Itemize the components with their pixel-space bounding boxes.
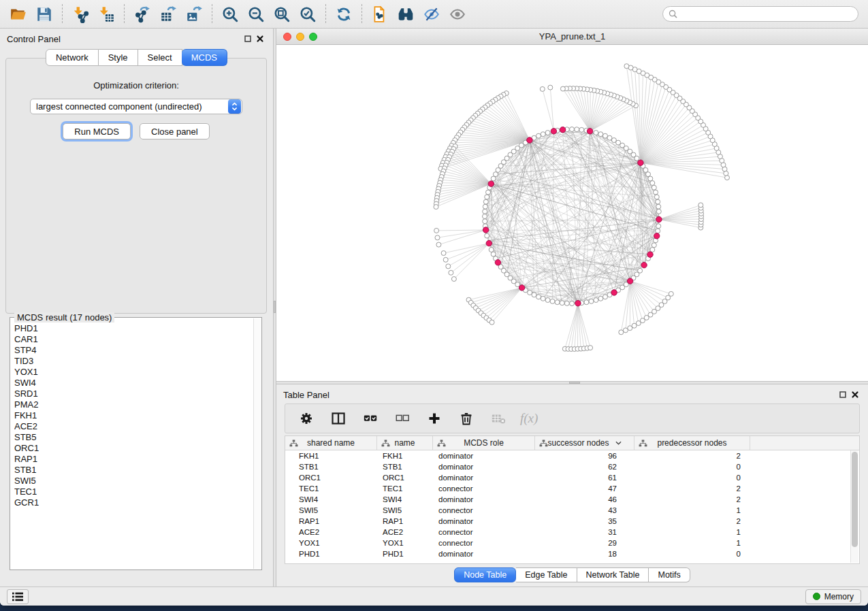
mcds-result-item[interactable]: ORC1 <box>14 443 253 454</box>
mcds-result-item[interactable]: RAP1 <box>14 454 253 465</box>
table-row[interactable]: STB1STB1dominator620 <box>285 461 859 472</box>
zoom-selected-icon[interactable] <box>295 3 320 26</box>
column-header-shared-name[interactable]: shared name <box>285 436 377 450</box>
show-panel-eye-icon[interactable] <box>445 3 470 26</box>
table-cell: SWI5 <box>377 506 433 514</box>
column-header-name[interactable]: name <box>377 436 433 450</box>
column-header-successor-nodes[interactable]: successor nodes <box>535 436 634 450</box>
cytoscape-app-window: Control Panel NetworkStyleSelectMCDS Opt… <box>0 0 868 606</box>
tab-motifs[interactable]: Motifs <box>649 567 690 582</box>
table-tabs: Node TableEdge TableNetwork TableMotifs <box>276 567 868 582</box>
tab-node-table[interactable]: Node Table <box>454 567 516 582</box>
table-cell: connector <box>433 506 535 514</box>
delete-column-icon[interactable] <box>457 409 476 428</box>
mcds-result-item[interactable]: GCR1 <box>14 497 253 508</box>
tab-edge-table[interactable]: Edge Table <box>516 567 577 582</box>
search-network-icon[interactable] <box>393 3 418 26</box>
table-row[interactable]: ACE2ACE2connector311 <box>285 527 859 538</box>
deselect-all-icon[interactable] <box>393 409 412 428</box>
tab-select[interactable]: Select <box>138 49 182 66</box>
mcds-result-item[interactable]: PMA2 <box>14 399 253 410</box>
table-cell: dominator <box>433 550 535 558</box>
table-cell: RAP1 <box>285 517 377 525</box>
zoom-in-icon[interactable] <box>218 3 242 26</box>
table-cell: ORC1 <box>285 474 377 482</box>
network-graph[interactable] <box>276 45 868 381</box>
open-session-icon[interactable] <box>6 3 31 26</box>
table-row[interactable]: PHD1PHD1dominator180 <box>285 548 859 559</box>
search-box[interactable] <box>662 6 858 22</box>
mcds-list-scrollbar[interactable] <box>253 318 261 569</box>
table-cell: FKH1 <box>377 452 433 460</box>
table-row[interactable]: RAP1RAP1dominator352 <box>285 516 859 527</box>
mcds-result-item[interactable]: SWI5 <box>14 476 253 486</box>
show-columns-icon[interactable] <box>329 409 348 428</box>
close-panel-icon[interactable] <box>849 389 861 401</box>
table-row[interactable]: SWI4SWI4dominator462 <box>285 494 859 505</box>
search-icon <box>669 10 677 18</box>
network-from-document-icon[interactable] <box>368 3 392 26</box>
export-image-icon[interactable] <box>182 3 206 26</box>
hide-panel-icon[interactable] <box>419 3 444 26</box>
table-cell: dominator <box>433 474 535 482</box>
refresh-layout-icon[interactable] <box>332 3 356 26</box>
memory-label: Memory <box>824 592 854 601</box>
mcds-result-list[interactable]: PHD1CAR1STP4TID3YOX1SWI4SRD1PMA2FKH1ACE2… <box>14 323 253 568</box>
table-cell: 46 <box>535 495 634 503</box>
splitter-grip[interactable] <box>569 382 580 384</box>
table-cell: 96 <box>535 452 634 460</box>
table-row[interactable]: ORC1ORC1dominator610 <box>285 472 859 483</box>
import-network-icon[interactable] <box>68 3 93 26</box>
import-table-icon[interactable] <box>94 3 118 26</box>
settings-gear-icon[interactable] <box>297 409 316 428</box>
column-header-predecessor-nodes[interactable]: predecessor nodes <box>634 436 750 450</box>
mcds-result-item[interactable]: TEC1 <box>14 486 253 497</box>
mcds-result-item[interactable]: FKH1 <box>14 410 253 421</box>
float-panel-icon[interactable] <box>242 33 254 45</box>
table-row[interactable]: TEC1TEC1connector472 <box>285 483 859 494</box>
criterion-selected-value: largest connected component (undirected) <box>31 101 228 112</box>
export-network-icon[interactable] <box>130 3 155 26</box>
mcds-result-item[interactable]: PHD1 <box>14 323 253 334</box>
mcds-result-item[interactable]: STB1 <box>14 465 253 476</box>
criterion-select[interactable]: largest connected component (undirected) <box>30 99 242 114</box>
mcds-result-item[interactable]: STP4 <box>14 345 253 356</box>
table-scrollbar-thumb[interactable] <box>852 452 858 547</box>
column-header-mcds-role[interactable]: MCDS role <box>433 436 535 450</box>
task-history-icon[interactable] <box>7 589 29 604</box>
control-panel-title: Control Panel <box>7 34 242 44</box>
mcds-result-item[interactable]: SWI4 <box>14 378 253 389</box>
close-panel-button[interactable]: Close panel <box>140 123 210 139</box>
network-view-canvas[interactable] <box>276 45 868 381</box>
close-panel-icon[interactable] <box>254 33 266 45</box>
table-scrollbar[interactable] <box>850 450 858 563</box>
select-all-icon[interactable] <box>361 409 380 428</box>
mcds-result-item[interactable]: TID3 <box>14 356 253 367</box>
splitter-grip[interactable] <box>274 301 276 313</box>
table-row[interactable]: SWI5SWI5connector431 <box>285 505 859 516</box>
table-cell: 29 <box>535 539 634 547</box>
save-session-icon[interactable] <box>32 3 57 26</box>
search-input[interactable] <box>681 9 852 20</box>
table-cell: 1 <box>634 506 750 514</box>
mcds-result-item[interactable]: STB5 <box>14 432 253 443</box>
zoom-out-icon[interactable] <box>244 3 268 26</box>
table-cell: SWI5 <box>285 506 377 514</box>
zoom-fit-icon[interactable] <box>270 3 294 26</box>
mcds-result-item[interactable]: CAR1 <box>14 334 253 345</box>
tab-network[interactable]: Network <box>46 49 99 66</box>
table-row[interactable]: YOX1YOX1connector291 <box>285 538 859 548</box>
memory-button[interactable]: Memory <box>805 589 861 604</box>
mcds-result-item[interactable]: SRD1 <box>14 389 253 399</box>
tab-network-table[interactable]: Network Table <box>577 567 649 582</box>
export-table-icon[interactable] <box>156 3 180 26</box>
table-row[interactable]: FKH1FKH1dominator962 <box>285 450 859 461</box>
add-column-icon[interactable] <box>425 409 444 428</box>
table-cell: connector <box>433 528 535 536</box>
mcds-result-item[interactable]: YOX1 <box>14 367 253 378</box>
tab-mcds[interactable]: MCDS <box>182 49 227 66</box>
run-mcds-button[interactable]: Run MCDS <box>63 123 131 139</box>
mcds-result-item[interactable]: ACE2 <box>14 421 253 432</box>
float-panel-icon[interactable] <box>837 389 849 401</box>
tab-style[interactable]: Style <box>99 49 138 66</box>
